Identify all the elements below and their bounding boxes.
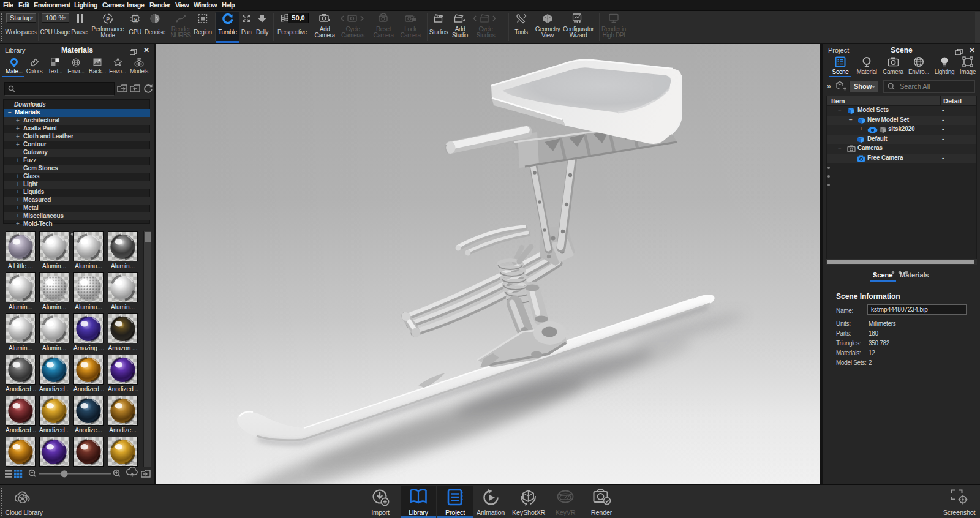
svg-text:G: G: [134, 17, 137, 22]
svg-text:P: P: [106, 16, 110, 22]
